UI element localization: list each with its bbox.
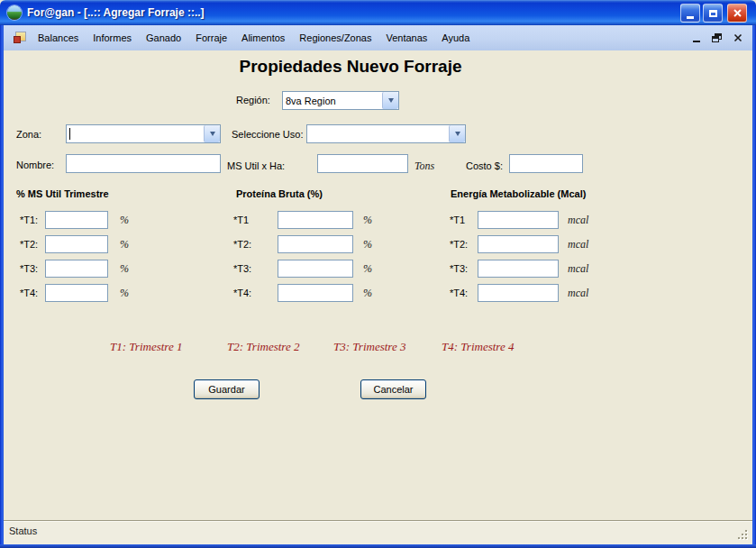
percent-unit: % xyxy=(363,238,372,251)
table-row: *T4: mcal xyxy=(446,284,640,302)
app-icon xyxy=(7,5,22,20)
t3-label: *T3: xyxy=(20,263,38,274)
chevron-down-icon xyxy=(388,98,394,103)
ms-util-trimestre-column: *T1: % *T2: % *T3: % *T4: % xyxy=(16,211,210,308)
uso-label: Seleccione Uso: xyxy=(232,129,304,140)
status-text: Status xyxy=(9,525,37,536)
region-dropdown-button[interactable] xyxy=(382,92,398,109)
energia-t4-input[interactable] xyxy=(478,284,559,302)
t1-label: *T1 xyxy=(233,215,249,225)
minimize-button[interactable] xyxy=(680,4,700,23)
titlebar[interactable]: For@gan - [..:: Agregar Forraje ::..] xyxy=(0,0,756,25)
zona-dropdown-button[interactable] xyxy=(204,125,220,142)
chevron-down-icon xyxy=(210,132,215,136)
mdi-restore-button[interactable] xyxy=(711,32,723,44)
table-row: *T3: mcal xyxy=(446,260,640,278)
t2-label: *T2: xyxy=(450,239,468,250)
costo-input[interactable] xyxy=(509,154,583,173)
close-button[interactable] xyxy=(727,4,747,23)
minimize-icon xyxy=(687,16,694,19)
ms-util-input[interactable] xyxy=(317,154,408,173)
mdi-restore-icon xyxy=(712,33,722,42)
window-border-right xyxy=(752,25,756,548)
energia-t1-input[interactable] xyxy=(478,211,559,229)
menu-item-balances[interactable]: Balances xyxy=(31,28,86,48)
close-icon xyxy=(733,8,742,18)
uso-combobox[interactable] xyxy=(306,124,466,143)
energia-t2-input[interactable] xyxy=(478,235,559,253)
resize-grip-icon[interactable] xyxy=(736,528,751,543)
save-button[interactable]: Guardar xyxy=(194,379,260,399)
proteina-t2-input[interactable] xyxy=(278,235,353,253)
mcal-unit: mcal xyxy=(568,287,588,300)
maximize-icon xyxy=(709,10,717,17)
note-trimestre-2: T2: Trimestre 2 xyxy=(227,340,299,354)
percent-unit: % xyxy=(120,262,129,276)
energia-t3-input[interactable] xyxy=(478,260,559,278)
menu-item-ayuda[interactable]: Ayuda xyxy=(434,28,477,48)
nombre-input[interactable] xyxy=(66,154,221,173)
ms-t2-input[interactable] xyxy=(45,235,108,253)
window-border-left xyxy=(0,25,4,548)
mcal-unit: mcal xyxy=(568,214,588,227)
column-header-proteina: Proteína Bruta (%) xyxy=(236,188,323,199)
note-trimestre-3: T3: Trimestre 3 xyxy=(333,340,405,354)
chevron-down-icon xyxy=(455,132,460,136)
percent-unit: % xyxy=(363,287,372,300)
column-header-ms-util: % MS Util Trimestre xyxy=(16,188,109,199)
menu-item-alimentos[interactable]: Alimentos xyxy=(234,28,292,48)
mdi-minimize-button[interactable] xyxy=(690,32,702,44)
costo-label: Costo $: xyxy=(466,160,503,171)
table-row: *T4: % xyxy=(230,284,424,302)
table-row: *T1 % xyxy=(230,211,424,229)
window-border-bottom xyxy=(0,544,756,548)
t3-label: *T3: xyxy=(450,263,468,274)
ms-util-unit: Tons xyxy=(414,160,434,173)
region-combobox[interactable]: 8va Region xyxy=(282,91,399,110)
mdi-form-icon xyxy=(13,31,27,45)
proteina-t1-input[interactable] xyxy=(278,211,353,229)
proteina-bruta-column: *T1 % *T2: % *T3: % *T4: % xyxy=(230,211,424,308)
t3-label: *T3: xyxy=(233,263,251,274)
menu-item-ganado[interactable]: Ganado xyxy=(139,28,188,48)
column-header-energia: Energía Metabolizable (Mcal) xyxy=(451,188,586,199)
proteina-t3-input[interactable] xyxy=(278,260,353,278)
zona-label: Zona: xyxy=(16,129,41,140)
mdi-minimize-icon xyxy=(693,41,700,42)
note-trimestre-4: T4: Trimestre 4 xyxy=(442,340,514,354)
ms-t1-input[interactable] xyxy=(45,211,108,229)
mdi-window-controls xyxy=(690,25,743,50)
menu-item-forraje[interactable]: Forraje xyxy=(188,28,234,48)
table-row: *T2: % xyxy=(16,235,210,253)
percent-unit: % xyxy=(120,287,129,300)
energia-metabolizable-column: *T1 mcal *T2: mcal *T3: mcal *T4: mcal xyxy=(446,211,640,308)
proteina-t4-input[interactable] xyxy=(278,284,353,302)
table-row: *T4: % xyxy=(16,284,210,302)
table-row: *T3: % xyxy=(16,260,210,278)
t1-label: *T1: xyxy=(20,215,38,225)
maximize-button[interactable] xyxy=(703,4,723,23)
menu-item-regiones-zonas[interactable]: Regiones/Zonas xyxy=(292,28,378,48)
table-row: *T1 mcal xyxy=(446,211,640,229)
percent-unit: % xyxy=(363,262,372,276)
mdi-close-button[interactable] xyxy=(732,32,743,44)
note-trimestre-1: T1: Trimestre 1 xyxy=(110,340,182,354)
ms-t3-input[interactable] xyxy=(45,260,108,278)
t1-label: *T1 xyxy=(450,215,465,225)
ms-t4-input[interactable] xyxy=(45,284,108,302)
percent-unit: % xyxy=(120,238,129,251)
mcal-unit: mcal xyxy=(568,262,588,276)
window-title: For@gan - [..:: Agregar Forraje ::..] xyxy=(27,0,205,25)
cancel-button[interactable]: Cancelar xyxy=(360,379,426,399)
t2-label: *T2: xyxy=(20,239,38,250)
table-row: *T1: % xyxy=(16,211,210,229)
t2-label: *T2: xyxy=(233,239,251,250)
uso-dropdown-button[interactable] xyxy=(449,125,465,142)
percent-unit: % xyxy=(120,214,129,227)
text-caret xyxy=(69,128,70,140)
mdi-close-icon xyxy=(733,33,742,42)
zona-combobox[interactable] xyxy=(66,124,221,143)
menubar: Balances Informes Ganado Forraje Aliment… xyxy=(4,25,752,50)
menu-item-ventanas[interactable]: Ventanas xyxy=(378,28,434,48)
menu-item-informes[interactable]: Informes xyxy=(86,28,139,48)
